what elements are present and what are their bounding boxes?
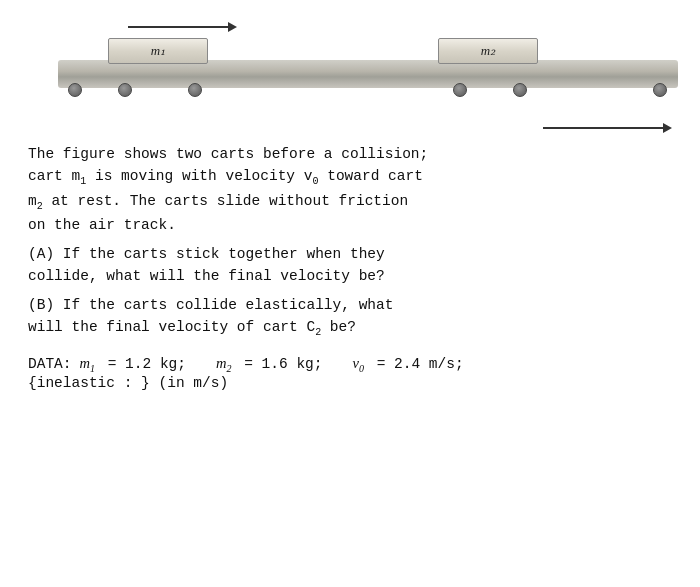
m2-var: m2 — [216, 355, 231, 374]
arrow-line — [128, 26, 228, 28]
data-item-m2: m2 = 1.6 kg; — [216, 355, 323, 374]
wheel-1 — [118, 83, 132, 97]
data-item-v0: v0 = 2.4 m/s; — [353, 355, 464, 374]
data-row: DATA: m1 = 1.2 kg; m2 = 1.6 kg; v0 = 2.4… — [28, 355, 672, 374]
inelastic-line: {inelastic : } (in m/s) — [28, 375, 672, 391]
m1-var: m1 — [80, 355, 95, 374]
m2-equals: = 1.6 kg; — [236, 356, 323, 372]
question-a-text: (A) If the carts stick together when the… — [28, 246, 385, 284]
v0-var: v0 — [353, 355, 364, 374]
arrow-head — [228, 22, 237, 32]
data-items: m1 = 1.2 kg; m2 = 1.6 kg; v0 = 2.4 m/s; — [80, 355, 464, 374]
wheel-2 — [188, 83, 202, 97]
question-a: (A) If the carts stick together when the… — [28, 243, 672, 288]
question-b: (B) If the carts collide elastically, wh… — [28, 294, 672, 341]
data-item-m1: m1 = 1.2 kg; — [80, 355, 187, 374]
m1-equals: = 1.2 kg; — [99, 356, 186, 372]
top-arrow — [128, 22, 237, 32]
cart2: m₂ — [438, 38, 538, 64]
wheel-6 — [653, 83, 667, 97]
wheel-5 — [68, 83, 82, 97]
diagram-area: m₁ m₂ — [28, 18, 672, 133]
track-bar — [58, 60, 678, 88]
inelastic-text: {inelastic : } (in m/s) — [28, 375, 228, 391]
description-content: The figure shows two carts before a coll… — [28, 146, 428, 233]
bottom-arrow-head — [663, 123, 672, 133]
wheel-4 — [513, 83, 527, 97]
cart1: m₁ — [108, 38, 208, 64]
page: m₁ m₂ The figure shows two carts before … — [0, 0, 700, 587]
cart1-label: m₁ — [151, 43, 166, 59]
cart2-label: m₂ — [481, 43, 496, 59]
v0-equals: = 2.4 m/s; — [368, 356, 464, 372]
question-b-text: (B) If the carts collide elastically, wh… — [28, 297, 393, 335]
bottom-arrow — [543, 123, 672, 133]
data-label: DATA: — [28, 356, 72, 372]
bottom-arrow-line — [543, 127, 663, 129]
track-container: m₁ m₂ — [58, 52, 678, 102]
data-section: DATA: m1 = 1.2 kg; m2 = 1.6 kg; v0 = 2.4… — [28, 355, 672, 374]
description-text: The figure shows two carts before a coll… — [28, 143, 672, 237]
wheel-3 — [453, 83, 467, 97]
